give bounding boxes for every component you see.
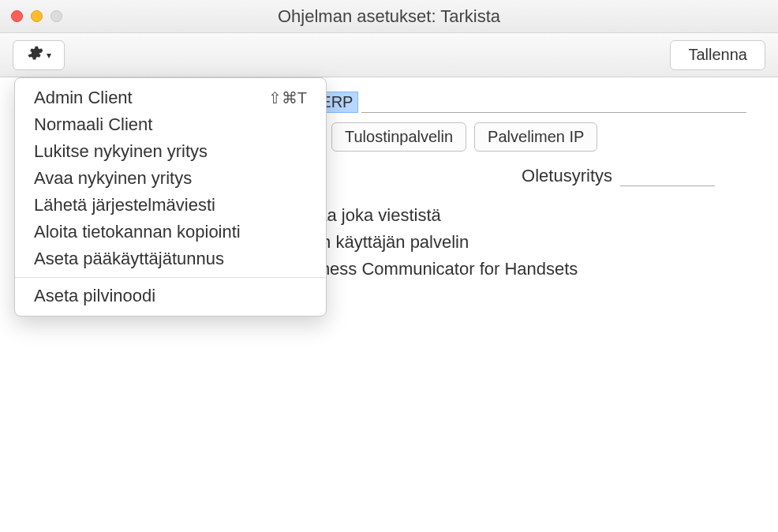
server-name-row: rd ERP xyxy=(300,92,746,113)
window-title: Ohjelman asetukset: Tarkista xyxy=(278,6,500,27)
menu-item-db-copy[interactable]: Aloita tietokannan kopiointi xyxy=(15,219,326,245)
option-line-3: siness Communicator for Handsets xyxy=(308,256,746,283)
minimize-window-button[interactable] xyxy=(31,10,43,22)
tab-printserver[interactable]: Tulostinpalvelin xyxy=(331,122,466,152)
menu-item-label: Aloita tietokannan kopiointi xyxy=(34,222,241,242)
menu-item-lock-company[interactable]: Lukitse nykyinen yritys xyxy=(15,138,326,165)
close-window-button[interactable] xyxy=(11,10,23,22)
menu-item-shortcut: ⇧⌘T xyxy=(268,88,307,107)
menu-item-label: Avaa nykyinen yritys xyxy=(34,168,192,189)
toolbar: ▾ Tallenna xyxy=(0,33,778,77)
option-line-2: len käyttäjän palvelin xyxy=(308,229,746,256)
menu-item-set-cloudnode[interactable]: Aseta pilvinoodi xyxy=(15,283,326,309)
menu-item-admin-client[interactable]: Admin Client ⇧⌘T xyxy=(15,84,326,111)
option-lines: paa joka viestistä len käyttäjän palveli… xyxy=(308,202,746,283)
window-controls xyxy=(11,10,62,22)
save-button[interactable]: Tallenna xyxy=(670,40,765,70)
menu-item-label: Aseta pääkäyttäjätunnus xyxy=(34,249,224,269)
option-line-1: paa joka viestistä xyxy=(308,202,746,229)
menu-item-label: Normaali Client xyxy=(34,114,152,135)
menu-item-label: Aseta pilvinoodi xyxy=(34,286,155,306)
menu-item-send-sysmsg[interactable]: Lähetä järjestelmäviesti xyxy=(15,192,326,219)
gear-menu-button[interactable]: ▾ xyxy=(13,40,65,70)
gear-dropdown-menu: Admin Client ⇧⌘T Normaali Client Lukitse… xyxy=(14,77,327,317)
menu-item-label: Lukitse nykyinen yritys xyxy=(34,141,208,162)
titlebar: Ohjelman asetukset: Tarkista xyxy=(0,0,778,33)
menu-item-normal-client[interactable]: Normaali Client xyxy=(15,111,326,138)
default-company-label: Oletusyritys xyxy=(522,166,612,186)
default-company-input[interactable] xyxy=(620,167,715,186)
chevron-down-icon: ▾ xyxy=(47,50,51,61)
menu-item-label: Lähetä järjestelmäviesti xyxy=(34,195,215,215)
gear-icon xyxy=(26,44,43,66)
menu-separator xyxy=(15,277,326,278)
zoom-window-button[interactable] xyxy=(50,10,62,22)
menu-item-label: Admin Client xyxy=(34,88,133,108)
tabs: Tulostinpalvelin Palvelimen IP xyxy=(331,122,746,152)
menu-item-set-admin[interactable]: Aseta pääkäyttäjätunnus xyxy=(15,245,326,272)
server-name-underline xyxy=(361,112,746,113)
menu-item-open-company[interactable]: Avaa nykyinen yritys xyxy=(15,165,326,192)
tab-serverip[interactable]: Palvelimen IP xyxy=(474,122,597,152)
